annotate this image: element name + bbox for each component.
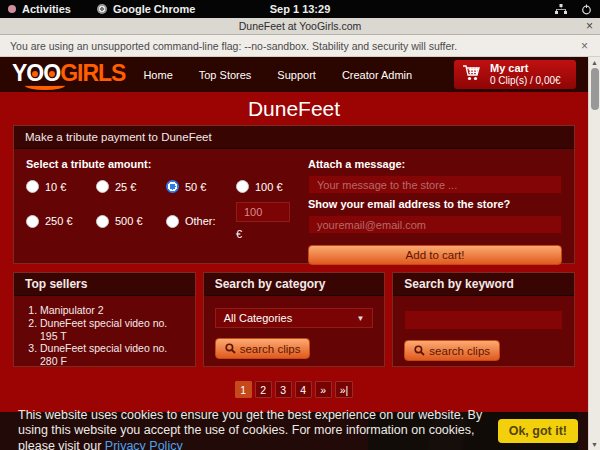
window-close-icon[interactable]: ×: [586, 19, 593, 33]
search-category-header: Search by category: [204, 273, 385, 296]
pagination-page-4[interactable]: 4: [295, 381, 312, 398]
top-sellers-header: Top sellers: [14, 273, 195, 296]
scrollbar-thumb[interactable]: [591, 68, 599, 110]
pagination-last-button[interactable]: »|: [335, 381, 354, 398]
infobar-close-icon[interactable]: ×: [581, 39, 588, 53]
list-item[interactable]: DuneFeet special video no. 195 T: [40, 317, 185, 343]
cart-title: My cart: [490, 62, 561, 75]
other-amount-input[interactable]: [236, 202, 290, 222]
logo-text: Y: [12, 60, 26, 86]
power-icon[interactable]: [581, 4, 592, 15]
tribute-radio-10[interactable]: 10 €: [26, 180, 96, 193]
search-keyword-header: Search by keyword: [393, 273, 574, 296]
notification-dot-icon: [8, 5, 16, 13]
scroll-up-icon[interactable]: ▲: [591, 57, 598, 68]
web-page: YOOGIRLS Home Top Stores Support Creator…: [0, 57, 588, 450]
app-name-label: Google Chrome: [113, 3, 196, 15]
tribute-amounts-section: Select a tribute amount: 10 € 25 € 50 € …: [26, 158, 308, 265]
nav-item-support[interactable]: Support: [277, 69, 316, 81]
category-selected-option: All Categories: [224, 312, 292, 324]
chevron-down-icon: ▼: [356, 314, 364, 323]
clock[interactable]: Sep 1 13:29: [270, 3, 331, 15]
activities-button[interactable]: Activities: [8, 3, 71, 15]
button-label: search clips: [429, 345, 490, 357]
search-clips-by-category-button[interactable]: search clips: [215, 338, 311, 359]
radio-icon: [96, 180, 109, 193]
search-icon: [225, 343, 236, 354]
email-input[interactable]: [308, 215, 562, 234]
focused-app-menu[interactable]: Google Chrome: [97, 3, 196, 15]
search-category-panel: Search by category All Categories ▼ sear…: [203, 272, 386, 367]
tribute-radio-500[interactable]: 500 €: [96, 202, 166, 240]
page-scrollbar[interactable]: ▲ ▼: [588, 57, 600, 450]
radio-label: 50 €: [185, 181, 206, 193]
email-label: Show your email address to the store?: [308, 198, 562, 210]
radio-icon-checked: [166, 180, 179, 193]
keyword-input[interactable]: [404, 310, 563, 330]
privacy-policy-link[interactable]: Privacy Policy: [105, 439, 183, 450]
radio-icon: [26, 215, 39, 228]
page-title: DuneFeet: [248, 97, 340, 121]
pagination-page-1[interactable]: 1: [235, 381, 252, 398]
radio-icon: [166, 215, 179, 228]
site-header: YOOGIRLS Home Top Stores Support Creator…: [0, 57, 588, 92]
window-titlebar[interactable]: DuneFeet at YooGirls.com ×: [0, 18, 600, 35]
add-to-cart-button[interactable]: Add to cart!: [308, 245, 562, 265]
cookie-text: This website uses cookies to ensure you …: [18, 408, 490, 450]
amount-label: Select a tribute amount:: [26, 158, 308, 170]
scroll-down-icon[interactable]: ▼: [591, 439, 598, 450]
site-logo[interactable]: YOOGIRLS: [12, 62, 125, 88]
my-cart-button[interactable]: My cart 0 Clip(s) / 0,00€: [454, 60, 576, 89]
radio-label: 10 €: [45, 181, 66, 193]
network-icon[interactable]: [555, 4, 567, 15]
top-sellers-panel: Top sellers Manipulator 2 DuneFeet speci…: [13, 272, 196, 367]
screen: Activities Google Chrome Sep 1 13:29 Dun…: [0, 0, 600, 450]
chrome-icon: [97, 4, 107, 14]
radio-icon: [26, 180, 39, 193]
desktop-top-bar: Activities Google Chrome Sep 1 13:29: [0, 0, 600, 18]
tribute-radio-100[interactable]: 100 €: [236, 180, 308, 193]
nav-item-home[interactable]: Home: [143, 69, 172, 81]
search-keyword-panel: Search by keyword search clips: [392, 272, 575, 367]
logo-smile-icon: [25, 81, 65, 90]
radio-label: 500 €: [115, 215, 143, 227]
list-item[interactable]: DuneFeet special video no. 280 F: [40, 342, 185, 367]
pagination-page-2[interactable]: 2: [255, 381, 272, 398]
cookie-message: This website uses cookies to ensure you …: [18, 408, 482, 450]
message-label: Attach a message:: [308, 158, 562, 170]
cookie-accept-button[interactable]: Ok, got it!: [498, 419, 578, 443]
cart-icon: [462, 64, 482, 86]
button-label: search clips: [240, 343, 301, 355]
tribute-radio-other[interactable]: Other:: [166, 202, 236, 240]
nav-item-top-stores[interactable]: Top Stores: [199, 69, 252, 81]
tribute-message-section: Attach a message: Show your email addres…: [308, 158, 562, 265]
tribute-radio-250[interactable]: 250 €: [26, 202, 96, 240]
logo-text: GIRLS: [60, 60, 125, 86]
search-icon: [414, 345, 425, 356]
category-select[interactable]: All Categories ▼: [215, 308, 374, 328]
cart-summary: 0 Clip(s) / 0,00€: [490, 75, 561, 87]
pagination: 1 2 3 4 » »|: [0, 381, 588, 398]
radio-label: 25 €: [115, 181, 136, 193]
tribute-radio-25[interactable]: 25 €: [96, 180, 166, 193]
nav-item-creator-admin[interactable]: Creator Admin: [342, 69, 412, 81]
radio-label: 100 €: [255, 181, 283, 193]
cookie-notice: This website uses cookies to ensure you …: [0, 412, 588, 450]
chrome-infobar: You are using an unsupported command-lin…: [0, 35, 600, 57]
radio-label: 250 €: [45, 215, 73, 227]
window-title: DuneFeet at YooGirls.com: [239, 20, 362, 32]
radio-icon: [96, 215, 109, 228]
radio-icon: [236, 180, 249, 193]
top-sellers-list: Manipulator 2 DuneFeet special video no.…: [40, 304, 185, 367]
tribute-panel: Make a tribute payment to DuneFeet Selec…: [13, 125, 575, 264]
list-item[interactable]: Manipulator 2: [40, 304, 185, 317]
infobar-message: You are using an unsupported command-lin…: [10, 40, 457, 52]
pagination-next-button[interactable]: »: [315, 381, 332, 398]
activities-label: Activities: [22, 3, 71, 15]
main-nav: Home Top Stores Support Creator Admin: [143, 69, 412, 81]
tribute-radio-50[interactable]: 50 €: [166, 180, 236, 193]
radio-label: Other:: [185, 215, 216, 227]
message-input[interactable]: [308, 175, 562, 194]
pagination-page-3[interactable]: 3: [275, 381, 292, 398]
search-clips-by-keyword-button[interactable]: search clips: [404, 340, 500, 361]
